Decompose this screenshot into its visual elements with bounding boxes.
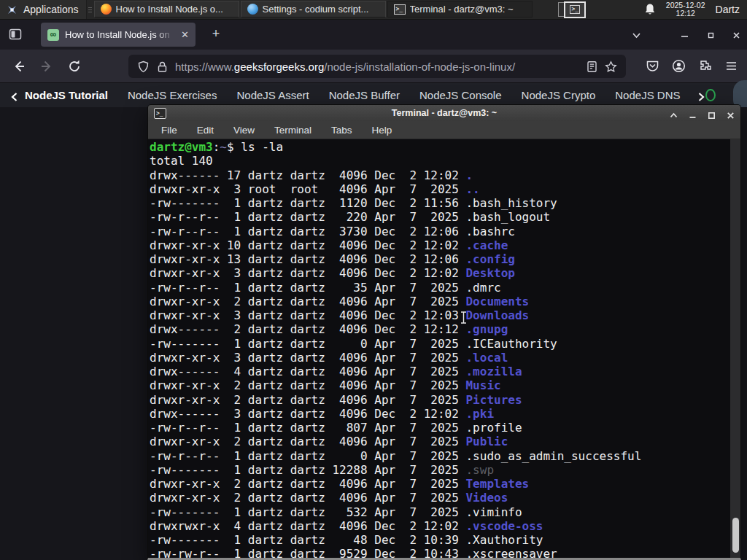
ls-row-details: drwxr-xr-x 2 dartz dartz 4096 Apr 7 2025: [150, 477, 465, 491]
menu-terminal[interactable]: Terminal: [274, 125, 311, 136]
ls-row-filename: .bashrc: [465, 225, 514, 238]
menu-view[interactable]: View: [233, 125, 255, 136]
ls-row-filename: .Xauthority: [465, 533, 543, 547]
terminal-screen[interactable]: dartz@vm3:~$ ls -la total 140 drwx------…: [148, 139, 740, 558]
terminal-window: >_ Terminal - dartz@vm3: ~ File Edit Vie…: [147, 104, 741, 560]
applications-label: Applications: [23, 4, 79, 15]
url-text[interactable]: https://www.geeksforgeeks.org/node-js/in…: [175, 61, 579, 73]
subnav-item-dns[interactable]: NodeJS DNS: [615, 89, 680, 101]
url-bar[interactable]: https://www.geeksforgeeks.org/node-js/in…: [128, 55, 626, 78]
scrollbar-thumb[interactable]: [732, 518, 739, 553]
hamburger-menu-icon[interactable]: [724, 59, 738, 73]
terminal-icon: >_: [394, 4, 406, 15]
maximize-button[interactable]: [708, 109, 716, 117]
bookmark-star-icon[interactable]: [605, 61, 617, 73]
browser-restore-button[interactable]: [706, 30, 716, 43]
prompt-path: ~: [220, 140, 227, 154]
terminal-icon: >_: [570, 5, 580, 14]
ls-row-details: drwxr-xr-x 13 dartz dartz 4096 Dec 2 12:…: [150, 252, 465, 266]
menu-help[interactable]: Help: [372, 125, 392, 136]
taskbar-button-codium[interactable]: Settings - codium script...: [241, 1, 386, 18]
menu-file[interactable]: File: [161, 125, 177, 136]
panel-clock[interactable]: 2025-12-02 12:12: [666, 1, 705, 18]
close-button[interactable]: [727, 109, 735, 117]
terminal-prompt-line: dartz@vm3:~$ ls -la: [150, 140, 740, 154]
desktop: Applications How to Install Node.js o...…: [0, 0, 747, 560]
shade-button[interactable]: [670, 109, 678, 117]
terminal-titlebar[interactable]: >_ Terminal - dartz@vm3: ~: [148, 105, 740, 121]
terminal-ls-row: drwxr-xr-x 2 dartz dartz 4096 Apr 7 2025…: [150, 295, 740, 308]
pocket-icon[interactable]: [646, 59, 659, 73]
ls-row-filename: .dmrc: [465, 281, 500, 295]
subnav-item-assert[interactable]: NodeJS Assert: [236, 89, 309, 101]
ls-row-filename: .mozilla: [465, 365, 522, 378]
chevron-left-icon[interactable]: [10, 91, 19, 100]
subnav-item-crypto[interactable]: NodeJS Crypto: [522, 89, 596, 101]
ls-row-filename: Documents: [465, 295, 529, 308]
browser-close-button[interactable]: [732, 30, 741, 43]
ls-row-details: drwxr-xr-x 3 root root 4096 Apr 7 2025: [150, 182, 465, 196]
subnav-item-exercises[interactable]: NodeJS Exercises: [128, 89, 217, 101]
lock-icon[interactable]: [156, 61, 169, 73]
terminal-ls-row: drwxr-xr-x 2 dartz dartz 4096 Apr 7 2025…: [150, 378, 740, 392]
reader-mode-icon[interactable]: [586, 61, 598, 73]
search-icon[interactable]: [705, 89, 715, 101]
task-title: Settings - codium script...: [263, 4, 379, 15]
firefox-tab-bar: ∞ How to Install Node.js on ✕ +: [0, 20, 747, 50]
browser-tab-active[interactable]: ∞ How to Install Node.js on ✕: [41, 23, 196, 47]
firefox-toolbar: https://www.geeksforgeeks.org/node-js/in…: [0, 50, 747, 82]
list-all-tabs-icon[interactable]: [632, 30, 641, 43]
workspace-pager[interactable]: >_: [557, 1, 590, 18]
taskbar-button-terminal[interactable]: >_ Terminal - dartz@vm3: ~: [387, 1, 533, 18]
ls-row-details: -rw------- 1 dartz dartz 48 Dec 2 10:39: [150, 533, 465, 547]
tracking-shield-icon[interactable]: [137, 61, 150, 73]
terminal-ls-rows: drwx------ 17 dartz dartz 4096 Dec 2 12:…: [150, 168, 740, 559]
ls-row-details: drwx------ 3 dartz dartz 4096 Dec 2 12:0…: [150, 407, 465, 421]
ls-row-filename: .pki: [465, 407, 494, 421]
clock-time: 12:12: [666, 9, 705, 18]
tab-close-icon[interactable]: ✕: [181, 29, 189, 40]
ls-row-filename: .xscreensaver: [465, 547, 557, 558]
terminal-ls-row: -rw-r--r-- 1 dartz dartz 807 Apr 7 2025 …: [150, 421, 740, 435]
applications-menu-button[interactable]: Applications: [0, 0, 87, 19]
terminal-ls-row: drwx------ 2 dartz dartz 4096 Dec 2 12:1…: [150, 322, 740, 336]
terminal-ls-row: drwx------ 17 dartz dartz 4096 Dec 2 12:…: [150, 168, 740, 182]
reload-button[interactable]: [67, 59, 82, 74]
ls-row-details: -rw------- 1 dartz dartz 0 Apr 7 2025: [150, 337, 465, 351]
subnav-item-buffer[interactable]: NodeJS Buffer: [329, 89, 400, 101]
forward-button[interactable]: [39, 59, 54, 74]
terminal-ls-row: -rw------- 1 dartz dartz 48 Dec 2 10:39 …: [150, 533, 740, 547]
ls-row-details: -rw-rw-r-- 1 dartz dartz 9529 Dec 2 10:4…: [150, 547, 465, 558]
ls-row-filename: .vscode-oss: [465, 519, 543, 533]
account-icon[interactable]: [672, 59, 686, 73]
ls-row-details: drwx------ 17 dartz dartz 4096 Dec 2 12:…: [150, 168, 465, 182]
terminal-ls-row: drwxr-xr-x 3 dartz dartz 4096 Apr 7 2025…: [150, 351, 740, 365]
menu-tabs[interactable]: Tabs: [331, 125, 352, 136]
ls-row-filename: Music: [465, 378, 500, 392]
ls-row-filename: .bash_history: [465, 196, 557, 210]
firefox-view-icon[interactable]: [9, 28, 22, 41]
subnav-item-console[interactable]: NodeJS Console: [419, 89, 502, 101]
minimize-button[interactable]: [689, 109, 697, 117]
ls-row-details: -rw-r--r-- 1 dartz dartz 35 Apr 7 2025: [150, 281, 465, 295]
ls-row-details: -rw-r--r-- 1 dartz dartz 3730 Dec 2 12:0…: [150, 225, 465, 238]
extensions-icon[interactable]: [698, 59, 712, 73]
terminal-ls-row: drwx------ 4 dartz dartz 4096 Apr 7 2025…: [150, 365, 740, 378]
terminal-ls-row: drwxr-xr-x 3 dartz dartz 4096 Dec 2 12:0…: [150, 266, 740, 280]
firefox-icon: [101, 4, 112, 15]
new-tab-button[interactable]: +: [207, 26, 225, 43]
terminal-scrollbar[interactable]: [730, 139, 740, 558]
menu-edit[interactable]: Edit: [197, 125, 214, 136]
subnav-item-tutorial[interactable]: NodeJS Tutorial: [25, 89, 108, 101]
chevron-right-icon[interactable]: [697, 91, 705, 100]
browser-minimize-button[interactable]: [680, 30, 689, 43]
ls-row-filename: .config: [465, 252, 514, 266]
terminal-ls-row: -rw------- 1 dartz dartz 532 Apr 7 2025 …: [150, 505, 740, 519]
back-button[interactable]: [12, 59, 26, 74]
ls-row-filename: Public: [465, 435, 508, 448]
taskbar-button-firefox[interactable]: How to Install Node.js o...: [94, 1, 239, 18]
notification-bell-icon[interactable]: [644, 3, 656, 16]
terminal-window-controls: [670, 109, 735, 117]
ls-row-details: -rw-r--r-- 1 dartz dartz 220 Apr 7 2025: [150, 210, 465, 224]
ls-row-filename: Downloads: [465, 308, 529, 322]
